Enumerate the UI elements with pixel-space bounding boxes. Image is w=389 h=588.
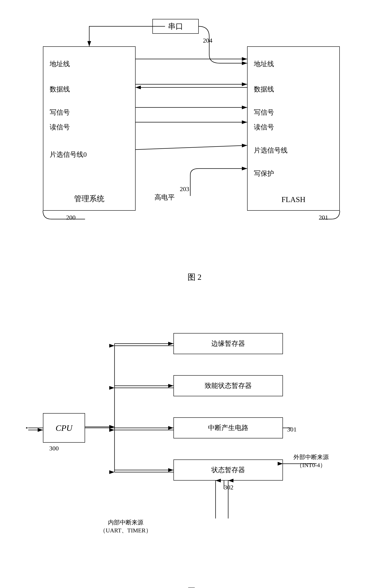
- edge-register-label: 边缘暂存器: [211, 339, 245, 348]
- svg-line-8: [135, 145, 247, 149]
- right-chip-select: 片选信号线: [254, 146, 288, 155]
- state-register-box: 状态暂存器: [173, 459, 283, 480]
- label-200: 200: [66, 214, 76, 221]
- right-read-signal: 读信号: [254, 123, 274, 132]
- enable-state-label: 致能状态暂存器: [205, 381, 252, 390]
- label-204: 204: [203, 37, 212, 44]
- right-flash-label: FLASH: [281, 195, 305, 204]
- right-write-signal: 写信号: [254, 108, 274, 117]
- serial-port-box: 串口: [152, 19, 199, 34]
- left-chip-select: 片选信号线0: [50, 150, 87, 159]
- left-read-signal: 读信号: [50, 123, 70, 132]
- serial-port-label: 串口: [168, 21, 183, 32]
- label-300: 300: [49, 445, 59, 452]
- fig3-diagram: CPU 300 边缘暂存器 致能状态暂存器 中断产生电路 状态暂存器 301 3…: [26, 295, 363, 580]
- label-gaodianping: 高电平: [155, 193, 175, 202]
- label-301: 301: [287, 426, 297, 433]
- cpu-box: CPU: [43, 413, 85, 443]
- label-internal-interrupt: 内部中断来源（UART、TIMER）: [100, 518, 152, 534]
- right-data-line: 数据线: [254, 85, 274, 94]
- right-flash-box: 地址线 数据线 写信号 读信号 片选信号线 写保护 FLASH: [247, 46, 340, 211]
- page: 串口 204 地址线 数据线 写信号 读信号 片选信号线0 管理系统 地址线 数…: [0, 0, 389, 588]
- left-box-label: 管理系统: [74, 194, 104, 204]
- cpu-label: CPU: [56, 423, 72, 433]
- label-external-interrupt: 外部中断来源（INT0-4）: [293, 453, 329, 469]
- fig3-wrapper: CPU 300 边缘暂存器 致能状态暂存器 中断产生电路 状态暂存器 301 3…: [17, 295, 372, 588]
- fig3-title: 图 3: [17, 584, 372, 588]
- left-addr-line: 地址线: [50, 59, 70, 69]
- right-write-protect: 写保护: [254, 169, 274, 178]
- right-addr-line: 地址线: [254, 59, 274, 69]
- interrupt-gen-label: 中断产生电路: [208, 423, 248, 433]
- label-203: 203: [180, 185, 189, 192]
- interrupt-gen-box: 中断产生电路: [173, 417, 283, 439]
- label-302: 302: [224, 484, 233, 491]
- left-data-line: 数据线: [50, 85, 70, 94]
- enable-state-box: 致能状态暂存器: [173, 375, 283, 396]
- fig2-title: 图 2: [17, 270, 372, 283]
- state-register-label: 状态暂存器: [211, 465, 245, 475]
- left-write-signal: 写信号: [50, 108, 70, 117]
- label-201: 201: [319, 214, 328, 221]
- edge-register-box: 边缘暂存器: [173, 333, 283, 354]
- left-system-box: 地址线 数据线 写信号 读信号 片选信号线0 管理系统: [43, 46, 135, 211]
- fig2-diagram: 串口 204 地址线 数据线 写信号 读信号 片选信号线0 管理系统 地址线 数…: [26, 13, 363, 265]
